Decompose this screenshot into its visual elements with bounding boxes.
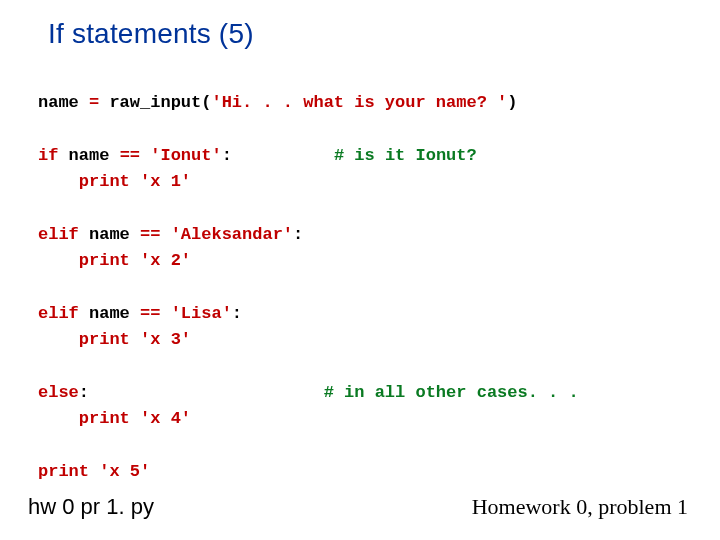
code-text bbox=[89, 462, 99, 481]
string-literal: 'Lisa' bbox=[171, 304, 232, 323]
string-literal: 'x 1' bbox=[140, 172, 191, 191]
operator: == bbox=[140, 225, 160, 244]
keyword-elif: elif bbox=[38, 304, 79, 323]
code-text: : bbox=[222, 146, 334, 165]
code-text bbox=[140, 146, 150, 165]
string-literal: 'Ionut' bbox=[150, 146, 221, 165]
code-text bbox=[160, 304, 170, 323]
string-literal: 'x 2' bbox=[140, 251, 191, 270]
keyword-if: if bbox=[38, 146, 58, 165]
code-text: : bbox=[293, 225, 303, 244]
slide-title: If statements (5) bbox=[48, 18, 254, 50]
code-text bbox=[130, 409, 140, 428]
footer-text: Homework 0, problem 1 bbox=[472, 494, 688, 520]
keyword-print: print bbox=[79, 330, 130, 349]
keyword-else: else bbox=[38, 383, 79, 402]
keyword-print: print bbox=[79, 251, 130, 270]
indent bbox=[38, 251, 79, 270]
code-text: name bbox=[79, 304, 140, 323]
comment: # in all other cases. . . bbox=[324, 383, 579, 402]
operator: == bbox=[140, 304, 160, 323]
operator: == bbox=[120, 146, 140, 165]
code-text bbox=[130, 251, 140, 270]
code-text bbox=[160, 225, 170, 244]
string-literal: 'Hi. . . what is your name? ' bbox=[211, 93, 507, 112]
code-text: ) bbox=[507, 93, 517, 112]
keyword-print: print bbox=[79, 409, 130, 428]
code-text bbox=[130, 172, 140, 191]
indent bbox=[38, 330, 79, 349]
string-literal: 'x 5' bbox=[99, 462, 150, 481]
keyword-elif: elif bbox=[38, 225, 79, 244]
string-literal: 'Aleksandar' bbox=[171, 225, 293, 244]
code-text: raw_input( bbox=[99, 93, 211, 112]
comment: # is it Ionut? bbox=[334, 146, 477, 165]
keyword-print: print bbox=[79, 172, 130, 191]
indent bbox=[38, 409, 79, 428]
keyword-print: print bbox=[38, 462, 89, 481]
code-text bbox=[130, 330, 140, 349]
indent bbox=[38, 172, 79, 191]
operator: = bbox=[89, 93, 99, 112]
code-text: name bbox=[79, 225, 140, 244]
code-text: name bbox=[58, 146, 119, 165]
code-text: : bbox=[79, 383, 324, 402]
string-literal: 'x 4' bbox=[140, 409, 191, 428]
string-literal: 'x 3' bbox=[140, 330, 191, 349]
code-text: name bbox=[38, 93, 89, 112]
code-block: name = raw_input('Hi. . . what is your n… bbox=[38, 90, 579, 485]
code-text: : bbox=[232, 304, 242, 323]
filename-label: hw 0 pr 1. py bbox=[28, 494, 154, 520]
slide: If statements (5) name = raw_input('Hi. … bbox=[0, 0, 720, 540]
